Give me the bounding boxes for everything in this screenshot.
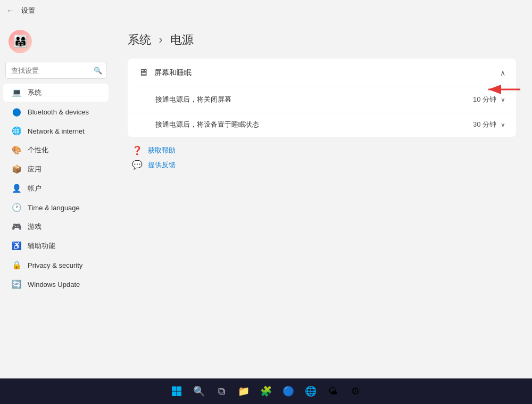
sidebar-item-apps[interactable]: 📦 应用 <box>3 160 109 178</box>
update-icon: 🔄 <box>12 279 21 289</box>
svg-rect-4 <box>172 392 177 397</box>
taskbar-weather-button[interactable]: 🌤 <box>323 382 343 401</box>
avatar: 👨‍👩‍👧 <box>9 30 32 53</box>
sleep-value: 30 分钟 <box>473 120 496 129</box>
sidebar-item-accessibility[interactable]: ♿ 辅助功能 <box>3 237 109 255</box>
network-icon: 🌐 <box>12 126 21 136</box>
gaming-icon: 🎮 <box>12 222 21 232</box>
avatar-emoji: 👨‍👩‍👧 <box>13 35 28 48</box>
taskbar-search-button[interactable]: 🔍 <box>189 382 209 401</box>
sidebar-label-personalize: 个性化 <box>28 145 48 155</box>
breadcrumb-separator: › <box>159 33 162 46</box>
breadcrumb-current: 电源 <box>170 33 194 46</box>
sidebar-label-bluetooth: Bluetooth & devices <box>28 108 89 116</box>
svg-rect-3 <box>177 386 182 391</box>
time-icon: 🕐 <box>12 203 21 212</box>
title-bar-text: 设置 <box>21 6 35 15</box>
sleep-label: 接通电源后，将设备置于睡眠状态 <box>155 120 259 129</box>
feedback-label: 提供反馈 <box>148 160 176 170</box>
system-icon: 💻 <box>12 88 21 97</box>
sidebar-label-apps: 应用 <box>28 164 41 174</box>
taskbar-explorer-button[interactable]: 📁 <box>234 382 253 401</box>
sidebar-label-privacy: Privacy & security <box>28 261 82 269</box>
search-box: 🔍 <box>5 62 106 79</box>
screen-off-value: 10 分钟 <box>473 95 496 104</box>
search-input[interactable] <box>5 62 106 79</box>
breadcrumb-parent: 系统 <box>128 33 151 46</box>
back-button[interactable]: ← <box>6 6 15 15</box>
taskbar-taskview-button[interactable]: ⧉ <box>212 382 231 401</box>
power-card: 🖥 屏幕和睡眠 ∧ 接通电源后，将关闭屏幕 10 分钟 ∨ 接通电源后，将设备置… <box>128 59 516 137</box>
app-container: 👨‍👩‍👧 🔍 💻 系统 ⬤ Bluetooth & devices 🌐 Net… <box>0 21 532 378</box>
sidebar-label-time: Time & language <box>28 204 80 212</box>
sidebar-item-bluetooth[interactable]: ⬤ Bluetooth & devices <box>3 103 109 121</box>
feedback-icon: 💬 <box>132 160 143 170</box>
sidebar-item-system[interactable]: 💻 系统 <box>3 84 109 102</box>
sidebar-item-gaming[interactable]: 🎮 游戏 <box>3 218 109 236</box>
card-title: 屏幕和睡眠 <box>154 68 192 78</box>
sidebar-label-gaming: 游戏 <box>28 222 41 232</box>
taskbar-pinned-1[interactable]: 🧩 <box>256 382 276 401</box>
bluetooth-icon: ⬤ <box>12 107 21 117</box>
card-chevron-icon: ∧ <box>500 69 505 77</box>
sleep-value-container[interactable]: 30 分钟 ∨ <box>473 120 505 129</box>
taskbar-icons: 🔍 ⧉ 📁 🧩 🔵 🌐 🌤 ⚙ <box>167 382 365 401</box>
sidebar-item-time[interactable]: 🕐 Time & language <box>3 199 109 217</box>
screen-off-value-container[interactable]: 10 分钟 ∨ <box>473 95 505 104</box>
card-header-left: 🖥 屏幕和睡眠 <box>138 67 192 78</box>
sidebar-item-accounts[interactable]: 👤 帐户 <box>3 179 109 197</box>
content-area: 系统 › 电源 🖥 屏幕和睡眠 ∧ 接通电源后，将关闭屏幕 10 分钟 ∨ <box>112 21 532 378</box>
taskbar-settings-button[interactable]: ⚙ <box>346 382 365 401</box>
sidebar: 👨‍👩‍👧 🔍 💻 系统 ⬤ Bluetooth & devices 🌐 Net… <box>0 21 112 378</box>
search-icon: 🔍 <box>94 67 102 75</box>
card-row-screen: 接通电源后，将关闭屏幕 10 分钟 ∨ <box>128 87 516 112</box>
sidebar-label-accounts: 帐户 <box>28 184 41 193</box>
monitor-icon: 🖥 <box>138 67 148 78</box>
sidebar-item-personalize[interactable]: 🎨 个性化 <box>3 141 109 159</box>
svg-rect-2 <box>172 386 177 391</box>
taskbar-chrome-button[interactable]: 🔵 <box>279 382 298 401</box>
feedback-link[interactable]: 💬 提供反馈 <box>132 160 516 170</box>
personalize-icon: 🎨 <box>12 145 21 155</box>
sidebar-label-network: Network & internet <box>28 127 85 135</box>
card-row-sleep: 接通电源后，将设备置于睡眠状态 30 分钟 ∨ <box>128 112 516 137</box>
sidebar-item-network[interactable]: 🌐 Network & internet <box>3 122 109 140</box>
get-help-label: 获取帮助 <box>148 146 176 155</box>
sidebar-label-update: Windows Update <box>28 281 80 288</box>
taskbar-edge-button[interactable]: 🌐 <box>301 382 320 401</box>
help-icon: ❓ <box>132 145 143 155</box>
privacy-icon: 🔒 <box>12 260 21 270</box>
sidebar-item-privacy[interactable]: 🔒 Privacy & security <box>3 256 109 274</box>
accounts-icon: 👤 <box>12 184 21 193</box>
taskbar: 🔍 ⧉ 📁 🧩 🔵 🌐 🌤 ⚙ <box>0 378 532 404</box>
help-links: ❓ 获取帮助 💬 提供反馈 <box>128 145 516 170</box>
sleep-chevron-icon: ∨ <box>501 121 505 128</box>
card-header[interactable]: 🖥 屏幕和睡眠 ∧ <box>128 59 516 87</box>
svg-rect-5 <box>177 392 182 397</box>
screen-off-chevron-icon: ∨ <box>501 96 505 103</box>
user-avatar: 👨‍👩‍👧 <box>0 26 112 62</box>
breadcrumb: 系统 › 电源 <box>128 32 516 48</box>
sidebar-item-update[interactable]: 🔄 Windows Update <box>3 275 109 293</box>
title-bar: ← 设置 <box>0 0 532 21</box>
apps-icon: 📦 <box>12 164 21 174</box>
sidebar-label-system: 系统 <box>28 88 41 97</box>
sidebar-label-accessibility: 辅助功能 <box>28 241 55 251</box>
taskbar-windows-button[interactable] <box>167 382 186 401</box>
screen-off-label: 接通电源后，将关闭屏幕 <box>155 95 231 104</box>
accessibility-icon: ♿ <box>12 241 21 251</box>
get-help-link[interactable]: ❓ 获取帮助 <box>132 145 516 155</box>
